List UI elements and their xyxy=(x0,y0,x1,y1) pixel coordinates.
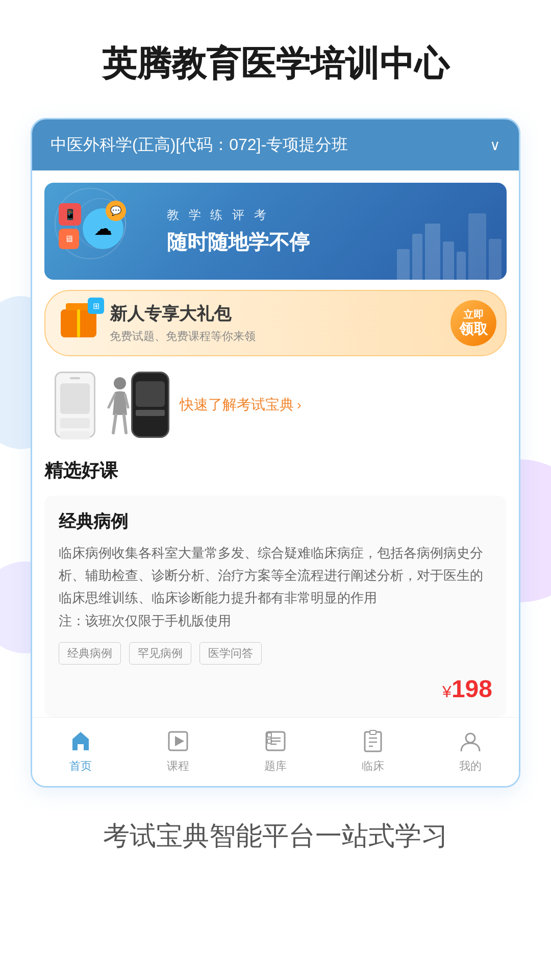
gift-text: 新人专享大礼包 免费试题、免费课程等你来领 xyxy=(102,302,450,344)
app-card: 中医外科学(正高)[代码：072]-专项提分班 ∨ ☁ 📱 💬 🖥 教 学 练 … xyxy=(31,118,520,788)
section-title: 精选好课 xyxy=(44,458,507,483)
svg-line-4 xyxy=(124,415,126,433)
nav-quiz[interactable]: 题库 xyxy=(227,728,324,774)
svg-line-3 xyxy=(113,415,116,433)
clinical-icon xyxy=(360,728,386,754)
bottom-subtitle: 考试宝典智能平台一站式学习 xyxy=(0,788,551,895)
chevron-down-icon: ∨ xyxy=(490,137,500,154)
arrow-icon: › xyxy=(297,397,302,413)
gift-claim-button[interactable]: 立即 领取 xyxy=(450,300,496,346)
course-tags: 经典病例 罕见病例 医学问答 xyxy=(59,642,492,665)
nav-clinical-label: 临床 xyxy=(362,758,384,774)
quiz-icon xyxy=(262,728,289,754)
gift-desc: 免费试题、免费课程等你来领 xyxy=(110,329,442,344)
gift-banner[interactable]: ⊞ 新人专享大礼包 免费试题、免费课程等你来领 立即 领取 xyxy=(44,290,507,356)
gift-ribbon xyxy=(77,309,80,337)
phone-icon: 📱 xyxy=(59,203,81,226)
svg-point-19 xyxy=(466,733,475,743)
tag-2: 罕见病例 xyxy=(129,642,191,665)
course-selector[interactable]: 中医外科学(正高)[代码：072]-专项提分班 ∨ xyxy=(32,119,519,170)
phone-mockup-1 xyxy=(55,372,95,438)
nav-quiz-label: 题库 xyxy=(264,758,287,774)
tablet-icon: 🖥 xyxy=(59,229,79,249)
banner-text: 教 学 练 评 考 随时随地学不停 xyxy=(157,207,491,256)
nav-course-label: 课程 xyxy=(167,758,189,774)
gift-btn-line1: 立即 xyxy=(463,308,484,321)
course-price: ¥198 xyxy=(59,675,492,703)
price-value: 198 xyxy=(452,675,492,702)
gift-title: 新人专享大礼包 xyxy=(110,302,442,326)
price-symbol: ¥ xyxy=(442,682,452,701)
gift-icon: ⊞ xyxy=(56,303,102,344)
banner-title: 随时随地学不停 xyxy=(167,228,491,256)
svg-rect-5 xyxy=(76,736,86,741)
gift-float-icon: ⊞ xyxy=(88,298,104,314)
course-card[interactable]: 经典病例 临床病例收集各科室大量常多发、综合疑难临床病症，包括各病例病史分析、辅… xyxy=(44,496,507,717)
banner-icons: ☁ 📱 💬 🖥 xyxy=(55,198,157,264)
exam-promo[interactable]: 快速了解考试宝典 › xyxy=(44,366,507,443)
phone-mockup-2 xyxy=(131,372,169,438)
nav-home[interactable]: 首页 xyxy=(32,728,130,774)
exam-link-text: 快速了解考试宝典 xyxy=(180,395,294,414)
nav-course[interactable]: 课程 xyxy=(130,728,227,774)
page-title: 英腾教育医学培训中心 xyxy=(0,0,551,118)
my-icon xyxy=(457,728,484,754)
course-name: 经典病例 xyxy=(59,510,492,533)
nav-my-label: 我的 xyxy=(459,758,482,774)
gift-btn-line2: 领取 xyxy=(459,321,488,338)
svg-rect-18 xyxy=(370,730,376,734)
home-icon xyxy=(67,728,94,754)
svg-marker-7 xyxy=(175,736,184,746)
course-icon xyxy=(165,728,191,754)
bottom-nav: 首页 课程 xyxy=(32,717,519,786)
exam-link[interactable]: 快速了解考试宝典 › xyxy=(180,395,496,414)
svg-point-0 xyxy=(114,377,126,389)
nav-home-label: 首页 xyxy=(69,758,92,774)
person-figure xyxy=(101,374,131,435)
courses-section: 精选好课 经典病例 临床病例收集各科室大量常多发、综合疑难临床病症，包括各病例病… xyxy=(32,443,519,717)
banner-subtitle: 教 学 练 评 考 xyxy=(167,207,491,223)
svg-rect-12 xyxy=(267,733,271,737)
tag-3: 医学问答 xyxy=(199,642,262,665)
nav-my[interactable]: 我的 xyxy=(421,728,519,774)
nav-clinical[interactable]: 临床 xyxy=(324,728,421,774)
tag-1: 经典病例 xyxy=(59,642,121,665)
course-selector-text: 中医外科学(正高)[代码：072]-专项提分班 xyxy=(51,134,482,156)
course-description: 临床病例收集各科室大量常多发、综合疑难临床病症，包括各病例病史分析、辅助检查、诊… xyxy=(59,542,492,632)
promo-banner: ☁ 📱 💬 🖥 教 学 练 评 考 随时随地学不停 xyxy=(44,183,507,280)
chat-icon: 💬 xyxy=(106,201,126,221)
